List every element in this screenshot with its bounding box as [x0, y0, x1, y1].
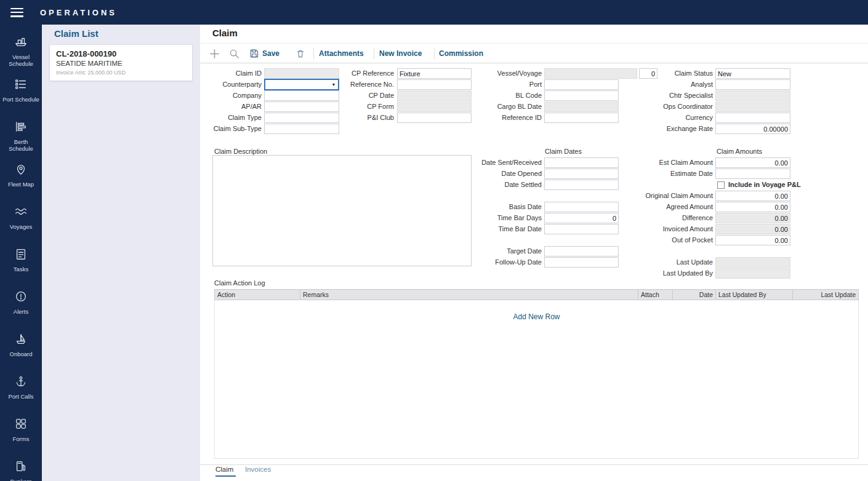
sidebar-item-bunkers[interactable]: Bunkers: [0, 454, 42, 481]
last-updated-by-input[interactable]: [715, 268, 790, 279]
berth-schedule-icon: [14, 120, 28, 136]
out-of-pocket-label: Out of Pocket: [619, 235, 713, 245]
alerts-icon: [14, 290, 28, 306]
difference-input[interactable]: [715, 213, 790, 223]
sidebar-item-onboard[interactable]: Onboard: [0, 327, 42, 369]
claim-id-label: Claim ID: [200, 68, 262, 79]
follow-up-date-input[interactable]: [544, 257, 619, 268]
new-invoice-button[interactable]: New Invoice: [379, 49, 422, 58]
page-title: Claim: [212, 28, 238, 38]
invoiced-amount-input[interactable]: [715, 224, 790, 234]
sidebar-item-port-schedule[interactable]: Port Schedule: [0, 72, 42, 114]
estimate-date-input[interactable]: [715, 169, 790, 179]
active-tab-underline: [215, 475, 236, 477]
ap-ar-label: AP/AR: [200, 101, 262, 112]
sidebar-item-port-calls[interactable]: Port Calls: [0, 369, 42, 411]
sidebar-item-vessel-schedule[interactable]: Vessel Schedule: [0, 30, 42, 72]
time-bar-days-label: Time Bar Days: [452, 213, 542, 223]
pi-club-label: P&I Club: [321, 113, 394, 123]
out-of-pocket-input[interactable]: [715, 235, 790, 245]
time-bar-date-input[interactable]: [544, 224, 619, 234]
claim-invoice-amount-text: Invoice Amt: 25,000.00 USD: [56, 70, 186, 76]
claim-amounts-title: Claim Amounts: [674, 146, 805, 157]
sidebar-item-tasks[interactable]: Tasks: [0, 242, 42, 284]
add-icon[interactable]: [209, 48, 220, 60]
agreed-amount-input[interactable]: [715, 202, 790, 212]
claim-sub-type-input[interactable]: [264, 124, 339, 134]
ops-coordinator-input[interactable]: [715, 101, 790, 112]
add-new-row-link[interactable]: Add New Row: [215, 312, 858, 321]
date-settled-label: Date Settled: [452, 180, 542, 190]
exchange-rate-label: Exchange Rate: [625, 124, 713, 134]
sidebar-item-alerts[interactable]: Alerts: [0, 284, 42, 327]
date-sent-received-input[interactable]: [544, 157, 619, 168]
tab-claim[interactable]: Claim: [215, 466, 233, 473]
original-claim-amount-label: Original Claim Amount: [619, 191, 713, 201]
claim-list-item[interactable]: CL-2018-000190 SEATIDE MARITIME Invoice …: [49, 44, 193, 81]
last-update-input[interactable]: [715, 257, 790, 268]
action-log-header: Action Remarks Attach Date Last Updated …: [214, 289, 859, 300]
claim-list-panel: Claim List CL-2018-000190 SEATIDE MARITI…: [42, 25, 200, 481]
bl-code-label: BL Code: [460, 90, 542, 101]
sidebar-item-label: Bunkers: [2, 478, 39, 481]
commission-button[interactable]: Commission: [439, 49, 483, 58]
original-claim-amount-input[interactable]: [715, 191, 790, 201]
claim-dates-title: Claim Dates: [496, 146, 631, 157]
search-icon[interactable]: [229, 49, 239, 59]
sidebar-item-label: Alerts: [2, 308, 39, 315]
sidebar-item-voyages[interactable]: Voyages: [0, 199, 42, 242]
vessel-input[interactable]: [544, 68, 637, 79]
date-opened-label: Date Opened: [452, 169, 542, 179]
date-settled-input[interactable]: [544, 180, 619, 190]
sidebar: Vessel Schedule Port Schedule Berth Sche…: [0, 25, 42, 481]
claim-form-panel: Claim Save Attachments New Invoice Commi…: [200, 25, 868, 481]
claim-description-textarea[interactable]: [212, 155, 472, 266]
basis-date-input[interactable]: [544, 202, 619, 212]
claim-id-text: CL-2018-000190: [56, 49, 186, 58]
claim-status-input[interactable]: [715, 68, 790, 79]
hamburger-menu-icon[interactable]: [10, 8, 23, 17]
counterparty-input[interactable]: [265, 80, 329, 89]
port-schedule-icon: [14, 78, 28, 93]
target-date-label: Target Date: [452, 246, 542, 256]
column-header-action: Action: [215, 290, 300, 300]
sidebar-item-label: Forms: [2, 435, 39, 442]
delete-icon[interactable]: [295, 49, 305, 58]
include-in-voyage-pnl-checkbox[interactable]: [717, 181, 725, 189]
chtr-specialist-input[interactable]: [715, 90, 790, 101]
column-header-remarks: Remarks: [300, 290, 638, 300]
bl-code-input[interactable]: [544, 90, 619, 101]
sidebar-item-label: Tasks: [2, 266, 39, 272]
time-bar-days-input[interactable]: [544, 213, 619, 223]
date-opened-input[interactable]: [544, 169, 619, 179]
agreed-amount-label: Agreed Amount: [619, 202, 713, 212]
chtr-specialist-label: Chtr Specialist: [625, 90, 713, 101]
follow-up-date-label: Follow-Up Date: [452, 257, 542, 268]
analyst-input[interactable]: [715, 79, 790, 90]
sidebar-item-berth-schedule[interactable]: Berth Schedule: [0, 114, 42, 157]
last-update-label: Last Update: [619, 257, 713, 268]
save-icon[interactable]: [249, 49, 259, 58]
tab-invoices[interactable]: Invoices: [245, 466, 271, 473]
invoiced-amount-label: Invoiced Amount: [619, 224, 713, 234]
currency-input[interactable]: [715, 113, 790, 123]
claim-action-log-title: Claim Action Log: [214, 279, 265, 287]
analyst-label: Analyst: [625, 79, 713, 90]
save-button[interactable]: Save: [262, 49, 279, 58]
cargo-bl-date-input[interactable]: [544, 101, 619, 112]
sidebar-item-label: Berth Schedule: [2, 138, 39, 152]
sidebar-item-fleet-map[interactable]: Fleet Map: [0, 157, 42, 199]
reference-id-input[interactable]: [544, 113, 619, 123]
sidebar-item-label: Onboard: [2, 351, 39, 357]
sidebar-item-forms[interactable]: Forms: [0, 411, 42, 454]
port-input[interactable]: [544, 79, 619, 90]
attachments-button[interactable]: Attachments: [319, 49, 364, 58]
target-date-input[interactable]: [544, 246, 619, 256]
time-bar-date-label: Time Bar Date: [452, 224, 542, 234]
cp-date-label: CP Date: [321, 90, 394, 101]
exchange-rate-input[interactable]: [715, 124, 790, 134]
vessel-schedule-icon: [14, 35, 28, 51]
column-header-last-update: Last Update: [793, 290, 858, 300]
port-label: Port: [460, 79, 542, 90]
est-claim-amount-input[interactable]: [715, 157, 790, 168]
